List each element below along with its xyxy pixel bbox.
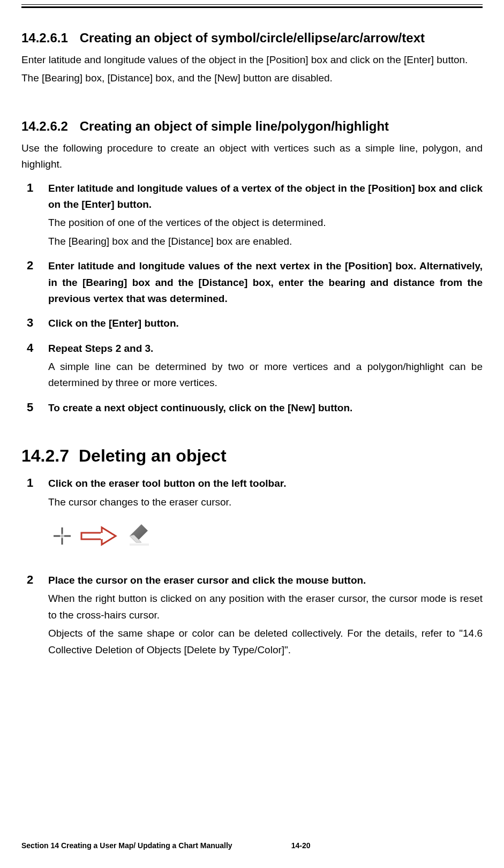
- step-list-14-2-6-2: 1 Enter latitude and longitude values of…: [21, 180, 483, 417]
- list-item: 2 Place the cursor on the eraser cursor …: [21, 572, 483, 658]
- heading-14-2-7: 14.2.7Deleting an object: [21, 446, 483, 466]
- step-body: Repeat Steps 2 and 3. A simple line can …: [48, 341, 483, 391]
- step-number: 2: [21, 259, 48, 273]
- heading-14-2-6-1: 14.2.6.1Creating an object of symbol/cir…: [21, 31, 483, 46]
- step-desc: Objects of the same shape or color can b…: [48, 625, 483, 658]
- step-list-14-2-7: 1 Click on the eraser tool button on the…: [21, 475, 483, 658]
- step-number: 2: [21, 573, 48, 587]
- list-item: 4 Repeat Steps 2 and 3. A simple line ca…: [21, 341, 483, 391]
- step-body: Click on the eraser tool button on the l…: [48, 475, 483, 564]
- list-item: 2 Enter latitude and longitude values of…: [21, 258, 483, 307]
- list-item: 3 Click on the [Enter] button.: [21, 315, 483, 331]
- step-title: To create a next object continuously, cl…: [48, 400, 483, 416]
- step-body: To create a next object continuously, cl…: [48, 400, 483, 416]
- list-item: 1 Click on the eraser tool button on the…: [21, 475, 483, 564]
- footer-section-title: Section 14 Creating a User Map/ Updating…: [21, 841, 232, 850]
- heading-title: Creating an object of symbol/circle/elli…: [80, 31, 425, 45]
- heading-14-2-6-2: 14.2.6.2Creating an object of simple lin…: [21, 119, 483, 134]
- document-page: 14.2.6.1Creating an object of symbol/cir…: [0, 0, 504, 868]
- page-footer: Section 14 Creating a User Map/ Updating…: [21, 841, 483, 850]
- step-number: 1: [21, 181, 48, 195]
- step-number: 4: [21, 341, 48, 355]
- heading-number: 14.2.6.1: [21, 31, 68, 46]
- step-title: Place the cursor on the eraser cursor an…: [48, 572, 483, 588]
- step-title: Click on the [Enter] button.: [48, 315, 483, 331]
- rule-thick: [21, 6, 483, 8]
- list-item: 5 To create a next object continuously, …: [21, 400, 483, 416]
- heading-title: Deleting an object: [79, 446, 227, 465]
- svg-rect-6: [81, 533, 102, 539]
- step-desc: A simple line can be determined by two o…: [48, 359, 483, 391]
- step-desc: The [Bearing] box and the [Distance] box…: [48, 233, 483, 250]
- body-paragraph: Use the following procedure to create an…: [21, 140, 483, 173]
- footer-page-number: 14-20: [291, 841, 311, 850]
- eraser-icon: [126, 523, 152, 551]
- cursor-change-figure: [52, 523, 483, 551]
- arrow-right-icon: [80, 525, 118, 549]
- step-number: 3: [21, 316, 48, 330]
- svg-rect-8: [101, 533, 103, 539]
- step-desc: The position of one of the vertices of t…: [48, 215, 483, 231]
- svg-marker-7: [102, 527, 116, 545]
- step-title: Enter latitude and longitude values of t…: [48, 258, 483, 307]
- svg-rect-11: [130, 544, 149, 546]
- step-title: Enter latitude and longitude values of a…: [48, 180, 483, 213]
- header-rules: [21, 0, 483, 8]
- rule-thin: [21, 4, 483, 5]
- body-paragraph: Enter latitude and longitude values of t…: [21, 52, 483, 68]
- step-body: Place the cursor on the eraser cursor an…: [48, 572, 483, 658]
- heading-title: Creating an object of simple line/polygo…: [80, 119, 389, 133]
- step-number: 1: [21, 476, 48, 490]
- step-body: Enter latitude and longitude values of t…: [48, 258, 483, 307]
- heading-number: 14.2.6.2: [21, 119, 68, 134]
- list-item: 1 Enter latitude and longitude values of…: [21, 180, 483, 250]
- step-body: Enter latitude and longitude values of a…: [48, 180, 483, 250]
- step-desc: When the right button is clicked on any …: [48, 591, 483, 623]
- heading-number: 14.2.7: [21, 446, 69, 466]
- step-desc: The cursor changes to the eraser cursor.: [48, 494, 483, 510]
- step-title: Repeat Steps 2 and 3.: [48, 341, 483, 357]
- crosshair-icon: [52, 526, 72, 548]
- body-paragraph: The [Bearing] box, [Distance] box, and t…: [21, 70, 483, 86]
- step-number: 5: [21, 401, 48, 414]
- step-body: Click on the [Enter] button.: [48, 315, 483, 331]
- step-title: Click on the eraser tool button on the l…: [48, 475, 483, 492]
